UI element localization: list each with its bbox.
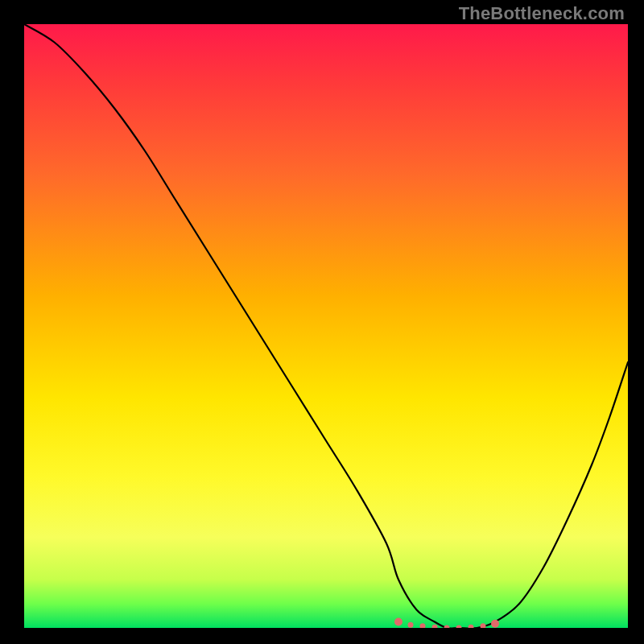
frame-border — [0, 628, 644, 644]
floor-markers — [394, 618, 499, 629]
floor-marker — [394, 618, 402, 626]
chart-svg — [24, 24, 628, 628]
watermark-label: TheBottleneck.com — [459, 3, 625, 24]
frame-border — [0, 0, 24, 644]
chart-stage: TheBottleneck.com — [0, 0, 644, 644]
plot-area — [24, 24, 628, 628]
floor-marker — [491, 620, 499, 628]
bottleneck-curve — [24, 24, 628, 628]
floor-marker — [408, 622, 414, 628]
frame-border — [628, 0, 644, 644]
